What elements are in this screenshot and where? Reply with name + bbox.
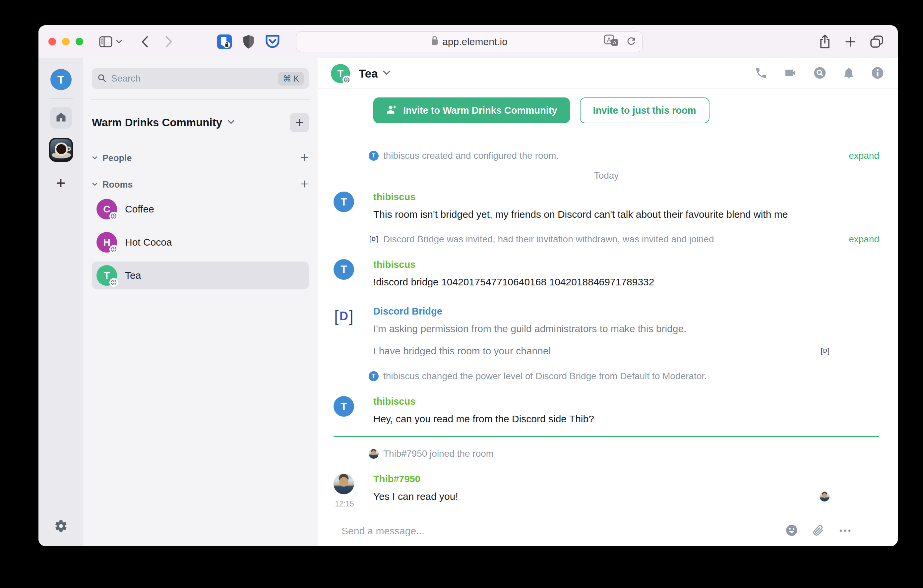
public-room-globe-icon [109, 245, 118, 254]
expand-link[interactable]: expand [849, 151, 879, 161]
people-section-header[interactable]: People [92, 153, 309, 163]
more-options-icon[interactable] [839, 528, 851, 534]
browser-toolbar: app.element.io A A [38, 25, 898, 58]
mini-avatar: T [369, 371, 379, 381]
password-manager-extension-icon[interactable] [217, 34, 232, 50]
reload-icon[interactable] [626, 36, 637, 48]
back-button[interactable] [141, 36, 149, 48]
room-view: T Tea [318, 58, 898, 546]
toolbar-chevron-down-icon[interactable] [116, 39, 122, 44]
room-item-tea[interactable]: T Tea [92, 261, 309, 289]
message-text: I'm asking permission from the guild adm… [373, 322, 879, 336]
browser-window: app.element.io A A [38, 25, 898, 546]
sender-name[interactable]: Discord Bridge [373, 306, 879, 317]
emoji-icon[interactable] [785, 524, 798, 538]
bridge-mini-avatar: [D] [369, 234, 379, 244]
close-window-button[interactable] [48, 38, 56, 45]
room-item-coffee[interactable]: C Coffee [92, 195, 309, 223]
sender-name[interactable]: thibiscus [373, 192, 879, 202]
message-timestamp: 12:15 [335, 499, 354, 508]
invite-to-room-button[interactable]: Invite to just this room [580, 97, 709, 123]
address-bar[interactable]: app.element.io A A [296, 31, 642, 52]
message-text: This room isn't bridged yet, my friends … [373, 208, 879, 222]
event-text: Thib#7950 joined the room [383, 448, 494, 459]
home-space-button[interactable] [50, 107, 72, 129]
community-name[interactable]: Warm Drinks Community [92, 117, 222, 129]
invite-buttons-row: Invite to Warm Drinks Community Invite t… [373, 97, 879, 123]
svg-text:A: A [613, 40, 616, 45]
room-search-icon[interactable] [813, 66, 827, 81]
sender-avatar[interactable] [333, 474, 354, 494]
expand-link[interactable]: expand [849, 234, 879, 245]
message-composer [318, 516, 898, 546]
invite-user-icon [386, 104, 397, 117]
sender-name[interactable]: thibiscus [373, 259, 879, 270]
message-text: !discord bridge 1042017547710640168 1042… [373, 276, 879, 289]
read-receipt-discord-bridge[interactable]: [D] [821, 347, 829, 355]
mini-avatar: T [369, 151, 379, 161]
room-avatar: H [97, 232, 117, 253]
community-space-button[interactable] [49, 138, 73, 162]
power-level-event: T thibiscus changed the power level of D… [369, 371, 879, 381]
notifications-bell-icon[interactable] [842, 66, 856, 81]
add-space-button[interactable]: + [56, 175, 65, 191]
joined-user-mini-avatar [369, 449, 379, 459]
community-add-button[interactable] [290, 113, 309, 132]
minimize-window-button[interactable] [62, 38, 70, 45]
shield-extension-icon[interactable] [242, 34, 255, 49]
sidebar-toggle-icon[interactable] [99, 36, 112, 48]
video-call-icon[interactable] [783, 66, 798, 81]
attachment-icon[interactable] [812, 524, 825, 538]
tab-overview-button[interactable] [870, 35, 884, 48]
room-item-hot-cocoa[interactable]: H Hot Cocoa [92, 228, 309, 256]
search-input[interactable] [111, 73, 274, 84]
event-text: thibiscus changed the power level of Dis… [383, 371, 707, 381]
room-avatar: C [97, 199, 117, 219]
chevron-down-icon [92, 155, 98, 161]
lock-icon [431, 36, 438, 48]
room-title[interactable]: Tea [359, 67, 378, 80]
room-title-chevron-down-icon[interactable] [383, 70, 391, 77]
svg-text:A: A [607, 36, 611, 43]
public-room-globe-icon [109, 278, 118, 287]
share-button[interactable] [819, 34, 831, 49]
message-text: I have bridged this room to your channel… [373, 344, 879, 358]
message-group: 12:15 Thib#7950 Yes I can read you! [333, 474, 879, 503]
search-icon [97, 73, 107, 84]
community-chevron-down-icon[interactable] [227, 120, 235, 126]
add-room-button[interactable] [300, 179, 309, 190]
room-header-avatar[interactable]: T [331, 64, 350, 83]
discord-bridge-avatar[interactable]: [D] [333, 306, 354, 327]
add-people-button[interactable] [300, 153, 309, 163]
public-room-globe-icon [109, 212, 118, 220]
pocket-extension-icon[interactable] [265, 34, 280, 49]
search-box[interactable]: ⌘ K [92, 68, 309, 89]
rooms-section-label: Rooms [102, 180, 133, 190]
bridge-membership-event: [D] Discord Bridge was invited, had thei… [369, 234, 879, 245]
sender-name[interactable]: Thib#7950 [373, 474, 879, 485]
sender-name[interactable]: thibiscus [373, 396, 879, 407]
translate-icon[interactable]: A A [604, 34, 619, 49]
sender-avatar[interactable]: T [333, 259, 354, 280]
message-group: T thibiscus !discord bridge 104201754771… [333, 259, 879, 289]
zoom-window-button[interactable] [76, 38, 83, 45]
message-input[interactable] [342, 526, 785, 537]
sender-avatar[interactable]: T [333, 396, 354, 417]
join-event: Thib#7950 joined the room [369, 448, 879, 459]
new-tab-button[interactable] [844, 36, 857, 48]
rooms-section-header[interactable]: Rooms [92, 179, 309, 190]
user-avatar[interactable]: T [50, 69, 72, 90]
forward-button[interactable] [165, 36, 173, 48]
sender-avatar[interactable]: T [333, 192, 354, 212]
settings-gear-icon[interactable] [54, 519, 68, 534]
message-text: Hey, can you read me from the Discord si… [373, 412, 879, 426]
room-info-icon[interactable] [870, 66, 885, 81]
message-group: T thibiscus This room isn't bridged yet,… [333, 192, 879, 222]
message-timeline: Invite to Warm Drinks Community Invite t… [318, 89, 898, 516]
chevron-down-icon [92, 182, 98, 187]
voice-call-icon[interactable] [755, 66, 768, 81]
read-receipt-thib[interactable] [820, 491, 829, 501]
invite-to-community-button[interactable]: Invite to Warm Drinks Community [373, 97, 570, 123]
room-name: Hot Cocoa [125, 237, 172, 248]
room-name: Tea [125, 270, 141, 281]
